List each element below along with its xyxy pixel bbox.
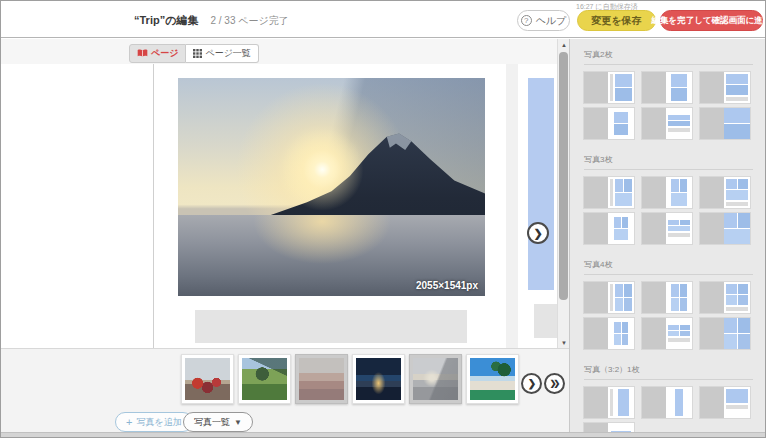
- page-spread: 2055×1541px: [1, 64, 506, 348]
- template-photo-cell: [671, 193, 687, 206]
- view-tabs: ページ ページ一覧: [129, 44, 259, 63]
- template-photo-area: [726, 284, 748, 305]
- template-photo-cell: [680, 325, 691, 330]
- layout-template-v3[interactable]: [700, 282, 750, 313]
- layout-template-v2[interactable]: [642, 282, 692, 313]
- template-photo-area: [724, 108, 750, 139]
- layout-template-v4[interactable]: [584, 318, 634, 349]
- photo-list-label: 写真一覧: [194, 416, 230, 429]
- template-photo-cell: [668, 226, 690, 231]
- scrollbar-thumb[interactable]: [559, 52, 568, 300]
- template-caption-horizontal: [668, 128, 690, 132]
- photo-thumbnail-fuji-lake[interactable]: [409, 354, 462, 404]
- layout-sidebar: 写真2枚写真3枚写真4枚写真（3:2）1枚: [569, 39, 766, 433]
- layout-template-v1[interactable]: [584, 282, 634, 313]
- template-right-page: [608, 108, 634, 139]
- template-photo-cell: [668, 121, 690, 126]
- palm-resort-image: [470, 358, 515, 400]
- photo-thumbnail-night-road[interactable]: [352, 354, 405, 404]
- next-spread-preview[interactable]: [518, 64, 557, 348]
- template-photo-cell: [614, 124, 628, 135]
- filmstrip-next-button[interactable]: ❯: [521, 373, 542, 394]
- template-right-page: [608, 282, 634, 313]
- template-photo-area: [614, 217, 628, 240]
- photo-resolution-label: 2055×1541px: [416, 280, 478, 291]
- layout-template-v5[interactable]: [642, 318, 692, 349]
- city-street-image: [299, 358, 344, 400]
- layout-template-v5[interactable]: [642, 108, 692, 139]
- photo-thumbnail-city-street[interactable]: [295, 354, 348, 404]
- template-right-page: [724, 282, 750, 313]
- template-right-page: [724, 72, 750, 103]
- template-photo-area: [726, 74, 748, 95]
- add-photo-button[interactable]: + 写真を追加: [115, 412, 193, 432]
- template-photo-cell: [622, 322, 629, 333]
- layout-template-v2[interactable]: [642, 72, 692, 103]
- template-photo-cell: [671, 179, 679, 192]
- photo-thumbnail-plaza-umbrellas[interactable]: [181, 354, 234, 404]
- template-photo-area: [671, 74, 687, 101]
- canvas-scrollbar[interactable]: ▲ ▼: [557, 39, 569, 348]
- next-caption-placeholder: [534, 304, 557, 338]
- tab-page-label: ページ: [151, 47, 178, 60]
- layout-template-v3[interactable]: [700, 177, 750, 208]
- template-left-page: [584, 282, 608, 313]
- template-photo-cell: [675, 389, 683, 416]
- layout-template-v6[interactable]: [700, 213, 750, 244]
- template-photo-cell: [680, 284, 688, 297]
- template-photo-cell: [668, 220, 679, 225]
- layout-template-v2[interactable]: [642, 177, 692, 208]
- template-photo-cell: [680, 179, 688, 192]
- template-left-page: [584, 177, 608, 208]
- help-button[interactable]: ? ヘルプ: [517, 10, 570, 31]
- template-photo-cell: [668, 325, 679, 330]
- template-caption-horizontal: [726, 405, 748, 409]
- layout-template-p2[interactable]: [642, 387, 692, 418]
- template-right-page: [608, 213, 634, 244]
- layout-template-v6[interactable]: [700, 108, 750, 139]
- next-spread-button[interactable]: ❯: [527, 222, 549, 244]
- tab-page-list[interactable]: ページ一覧: [186, 44, 258, 63]
- layout-template-v5[interactable]: [642, 213, 692, 244]
- caption-placeholder[interactable]: [195, 310, 467, 343]
- save-changes-button[interactable]: 変更を保存: [577, 10, 656, 31]
- template-photo-cell: [622, 217, 629, 228]
- machu-picchu-image: [242, 358, 287, 400]
- filmstrip-fast-forward-button[interactable]: ❯❯: [544, 373, 565, 394]
- photo-thumbnail-palm-resort[interactable]: [466, 354, 519, 404]
- template-photo-cell: [724, 334, 737, 349]
- template-photo-cell: [615, 88, 632, 101]
- template-left-page: [700, 177, 724, 208]
- layout-template-v1[interactable]: [584, 72, 634, 103]
- layout-sections: 写真2枚写真3枚写真4枚写真（3:2）1枚: [584, 49, 753, 433]
- layout-template-v4[interactable]: [584, 108, 634, 139]
- photo-list-dropdown[interactable]: 写真一覧 ▼: [183, 412, 253, 432]
- template-photo-cell: [615, 193, 632, 206]
- template-photo-cell: [622, 334, 629, 345]
- layout-template-v4[interactable]: [584, 213, 634, 244]
- plus-icon: +: [126, 417, 132, 428]
- layout-template-p1[interactable]: [584, 387, 634, 418]
- template-right-page: [724, 108, 750, 139]
- photo-thumbnail-machu-picchu[interactable]: [238, 354, 291, 404]
- template-left-page: [642, 318, 666, 349]
- template-left-page: [700, 387, 724, 418]
- template-photo-cell: [680, 220, 691, 225]
- template-caption-horizontal: [668, 338, 690, 342]
- template-caption-horizontal: [668, 233, 690, 237]
- template-photo-cell: [726, 295, 737, 305]
- template-right-page: [608, 387, 634, 418]
- placed-photo[interactable]: 2055×1541px: [178, 78, 485, 296]
- template-left-page: [584, 387, 608, 418]
- layout-template-l1[interactable]: [700, 387, 750, 418]
- editor-canvas: 2055×1541px ❯: [1, 64, 569, 348]
- tab-page[interactable]: ページ: [129, 44, 186, 63]
- complete-editing-button[interactable]: 編集を完了して確認画面に進む: [660, 10, 763, 31]
- layout-template-v3[interactable]: [700, 72, 750, 103]
- layout-template-v1[interactable]: [584, 177, 634, 208]
- template-photo-cell: [614, 322, 621, 333]
- template-photo-cell: [614, 334, 621, 345]
- layout-template-v6[interactable]: [700, 318, 750, 349]
- template-photo-cell: [671, 284, 679, 297]
- template-left-page: [642, 177, 666, 208]
